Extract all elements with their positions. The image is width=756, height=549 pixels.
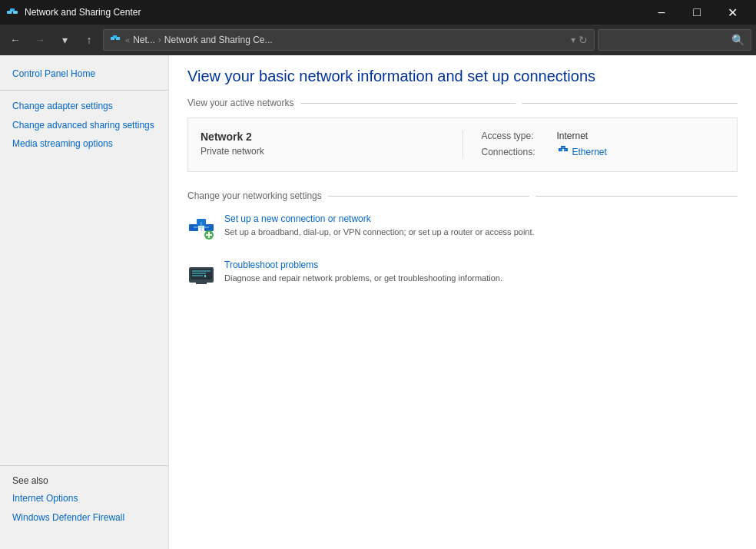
sidebar-bottom: See also Internet Options Windows Defend…	[0, 459, 168, 540]
network-separator	[463, 131, 463, 159]
access-type-value: Internet	[557, 131, 589, 141]
see-also-label: See also	[0, 472, 168, 489]
troubleshoot-content: Troubleshoot problems Diagnose and repai…	[224, 260, 738, 284]
svg-rect-27	[204, 275, 206, 277]
svg-rect-2	[10, 8, 15, 12]
title-bar: Network and Sharing Center – □ ✕	[0, 0, 756, 25]
refresh-button[interactable]: ↻	[579, 34, 588, 46]
search-box: 🔍	[598, 29, 751, 51]
address-dropdown-button[interactable]: ▾	[571, 35, 575, 45]
minimize-button[interactable]: –	[644, 0, 679, 25]
address-separator-1: «	[125, 35, 130, 45]
close-button[interactable]: ✕	[715, 0, 750, 25]
sidebar-item-change-adapter[interactable]: Change adapter settings	[0, 97, 168, 116]
window-title: Network and Sharing Center	[25, 7, 141, 18]
change-networking-settings: Change your networking settings	[187, 190, 738, 290]
ethernet-icon-svg	[557, 144, 569, 157]
forward-button[interactable]: →	[29, 29, 51, 51]
address-bar: « Net... › Network and Sharing Ce... ▾ ↻	[103, 29, 595, 51]
settings-section-label: Change your networking settings	[187, 190, 322, 201]
maximize-button[interactable]: □	[679, 0, 715, 25]
troubleshoot-desc: Diagnose and repair network problems, or…	[224, 273, 502, 283]
search-input[interactable]	[605, 35, 731, 45]
settings-section-divider	[328, 196, 530, 197]
app-icon	[6, 6, 18, 18]
new-connection-item: Set up a new connection or network Set u…	[187, 210, 738, 244]
new-connection-content: Set up a new connection or network Set u…	[224, 213, 738, 238]
content-area: View your basic network information and …	[169, 55, 756, 549]
sidebar-divider-1	[0, 90, 168, 91]
connections-label: Connections:	[482, 147, 551, 157]
address-arrow: ›	[158, 35, 161, 45]
active-networks-header: View your active networks	[187, 98, 738, 108]
ethernet-link[interactable]: Ethernet	[557, 144, 607, 159]
sidebar: Control Panel Home Change adapter settin…	[0, 55, 169, 549]
svg-rect-7	[113, 35, 117, 38]
sidebar-item-control-panel-home[interactable]: Control Panel Home	[0, 64, 168, 84]
new-connection-icon	[187, 213, 215, 241]
sidebar-item-change-advanced-sharing[interactable]: Change advanced sharing settings	[0, 116, 168, 135]
troubleshoot-link[interactable]: Troubleshoot problems	[224, 260, 738, 270]
ethernet-label: Ethernet	[572, 147, 607, 157]
access-type-row: Access type: Internet	[482, 131, 725, 141]
section-divider	[300, 103, 516, 104]
network-name: Network 2	[201, 131, 444, 143]
ethernet-icon	[557, 144, 569, 159]
network-details: Network 2 Private network	[201, 131, 444, 159]
troubleshoot-item: Troubleshoot problems Diagnose and repai…	[187, 256, 738, 290]
up-button[interactable]: ↑	[78, 29, 100, 51]
back-button[interactable]: ←	[5, 29, 26, 51]
recent-button[interactable]: ▾	[54, 29, 75, 51]
new-connection-link[interactable]: Set up a new connection or network	[224, 213, 738, 224]
address-bar-icon	[110, 34, 122, 46]
new-connection-desc: Set up a broadband, dial-up, or VPN conn…	[224, 227, 535, 236]
title-bar-left: Network and Sharing Center	[6, 6, 141, 18]
address-crumb-1: Net...	[133, 35, 155, 45]
troubleshoot-icon	[187, 260, 215, 287]
sidebar-item-media-streaming[interactable]: Media streaming options	[0, 134, 168, 154]
svg-rect-28	[198, 281, 204, 283]
svg-rect-29	[196, 283, 207, 284]
access-type-label: Access type:	[482, 131, 551, 141]
network-info: Network 2 Private network Access type: I…	[187, 117, 738, 172]
active-networks-label: View your active networks	[187, 98, 294, 108]
sidebar-divider-2	[0, 465, 168, 466]
sidebar-item-internet-options[interactable]: Internet Options	[0, 489, 168, 508]
nav-bar: ← → ▾ ↑ « Net... › Network and Sharing C…	[0, 25, 756, 55]
network-type: Private network	[201, 146, 444, 157]
search-button[interactable]: 🔍	[731, 34, 744, 46]
main-layout: Control Panel Home Change adapter settin…	[0, 55, 756, 549]
address-crumb-2: Network and Sharing Ce...	[164, 35, 273, 45]
title-bar-controls: – □ ✕	[644, 0, 750, 25]
active-networks-section: View your active networks Network 2 Priv…	[187, 98, 738, 172]
page-title: View your basic network information and …	[187, 68, 738, 85]
connections-row: Connections:	[482, 144, 725, 159]
sidebar-item-windows-defender[interactable]: Windows Defender Firewall	[0, 508, 168, 528]
svg-rect-23	[191, 269, 212, 279]
settings-header: Change your networking settings	[187, 190, 738, 201]
network-access: Access type: Internet Connections:	[482, 131, 725, 159]
